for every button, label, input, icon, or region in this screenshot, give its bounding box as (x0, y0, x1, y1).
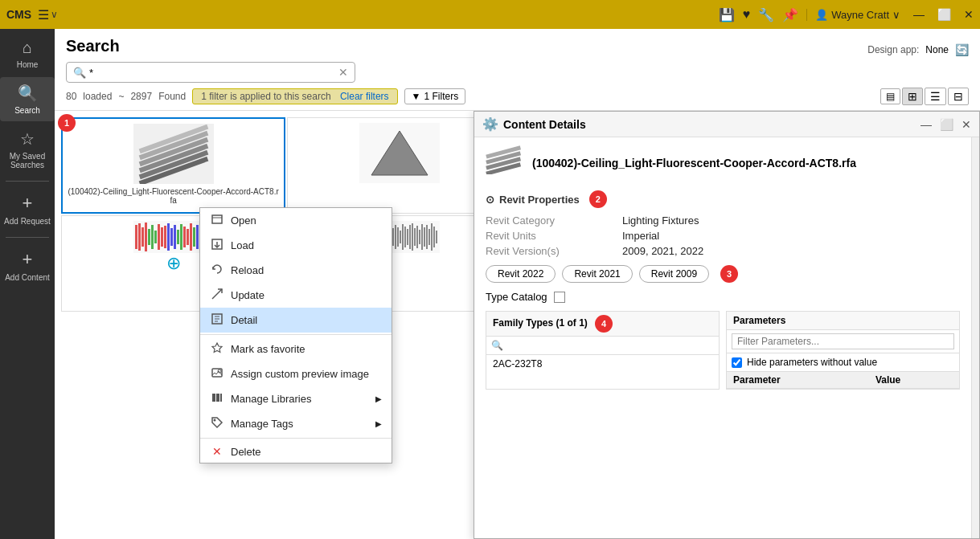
menu-icon[interactable]: ☰ (38, 7, 49, 22)
svg-rect-57 (395, 225, 396, 249)
context-menu: Open Load Reload (199, 207, 392, 463)
svg-rect-23 (151, 225, 154, 249)
family-type-item[interactable]: 2AC-232T8 (486, 355, 719, 373)
params-col-parameter: Parameter (727, 372, 869, 389)
ctx-libraries-arrow: ▶ (375, 394, 382, 403)
svg-rect-20 (141, 227, 144, 247)
svg-rect-122 (220, 394, 222, 402)
stats-loaded: 80 (66, 91, 76, 102)
search-input[interactable] (89, 67, 338, 79)
ctx-open-label: Open (231, 214, 256, 227)
title-bar-icons: 💾 ♥ 🔧 📌 👤 Wayne Cratt ∨ — ⬜ ✕ (719, 7, 974, 22)
svg-rect-74 (436, 231, 437, 243)
view-list-btn[interactable]: ☰ (925, 88, 946, 105)
ctx-preview-label: Assign custom preview image (231, 368, 369, 380)
search-bar: 🔍 ✕ (66, 62, 969, 83)
ctx-assign-preview[interactable]: Assign custom preview image (200, 361, 392, 386)
svg-rect-68 (421, 224, 423, 250)
sidebar-item-add-request[interactable]: + Add Request (0, 186, 55, 232)
revit-2021-btn[interactable]: Revit 2021 (562, 265, 632, 283)
ctx-reload[interactable]: Reload (200, 258, 392, 283)
filter-button[interactable]: ▼ 1 Filters (404, 88, 466, 104)
revit-2022-btn[interactable]: Revit 2022 (486, 265, 556, 283)
svg-rect-56 (392, 228, 394, 246)
revit-cat-label: Revit Category (486, 214, 614, 227)
type-catalog-checkbox[interactable] (554, 292, 565, 303)
ctx-mark-favorite[interactable]: Mark as favorite (200, 337, 392, 361)
svg-rect-121 (216, 394, 219, 402)
sidebar-item-search[interactable]: 🔍 Search (0, 77, 55, 121)
revit-cat-value: Lighting Fixtures (622, 214, 960, 227)
ctx-detail[interactable]: Detail (200, 308, 392, 333)
tools-icon[interactable]: 🔧 (758, 7, 774, 22)
clear-filters-link[interactable]: Clear filters (340, 91, 389, 102)
details-close-btn[interactable]: ✕ (962, 118, 971, 131)
ctx-update[interactable]: Update (200, 283, 392, 308)
revit-section-header[interactable]: ⊙ Revit Properties 2 (486, 190, 960, 208)
ctx-delete[interactable]: ✕ Delete (200, 440, 392, 463)
sidebar-divider-2 (6, 237, 49, 238)
favorite-icon[interactable]: ♥ (743, 7, 751, 22)
sidebar-item-saved-searches[interactable]: ☆ My Saved Searches (0, 123, 55, 176)
revit-units-value: Imperial (622, 230, 960, 242)
details-scrollbar[interactable] (971, 137, 979, 538)
menu-chevron[interactable]: ∨ (51, 9, 58, 20)
product-icon (486, 145, 524, 181)
revit-units-label: Revit Units (486, 230, 614, 242)
sidebar-item-search-label: Search (14, 106, 40, 115)
add-content-icon: + (23, 249, 33, 270)
view-grid-btn[interactable]: ⊞ (902, 88, 923, 105)
type-catalog-row: Type Catalog (486, 291, 960, 303)
app-name: CMS (6, 8, 31, 21)
family-params-row: Family Types (1 of 1) 4 🔍 2AC-232T8 (486, 311, 960, 390)
save-icon[interactable]: 💾 (719, 7, 735, 22)
svg-rect-27 (164, 226, 166, 248)
ctx-open-icon (210, 213, 224, 228)
svg-rect-26 (161, 227, 163, 247)
view-table-btn[interactable]: ⊟ (948, 88, 969, 105)
refresh-icon[interactable]: 🔄 (955, 43, 969, 56)
params-table: Parameter Value (727, 372, 959, 389)
ctx-detail-label: Detail (231, 314, 257, 326)
ctx-detail-icon (210, 312, 224, 328)
sidebar-divider-1 (6, 181, 49, 182)
family-types-search-input[interactable] (506, 340, 714, 351)
svg-rect-58 (397, 227, 399, 247)
details-minimize-btn[interactable]: — (921, 118, 932, 131)
details-maximize-btn[interactable]: ⬜ (940, 118, 953, 131)
params-filter-input[interactable] (732, 333, 954, 349)
step-badge-3: 3 (720, 265, 738, 283)
svg-rect-22 (148, 229, 150, 245)
ctx-load[interactable]: Load (200, 233, 392, 258)
ctx-manage-tags[interactable]: Manage Tags ▶ (200, 411, 392, 436)
revit-2009-btn[interactable]: Revit 2009 (639, 265, 709, 283)
view-slider-btn[interactable]: ▤ (880, 88, 900, 104)
minimize-button[interactable]: — (913, 8, 925, 21)
user-menu[interactable]: 👤 Wayne Cratt ∨ (806, 9, 900, 21)
filter-applied-badge: 1 filter is applied to this search Clear… (192, 88, 397, 104)
svg-rect-36 (193, 227, 195, 247)
design-app-value: None (925, 44, 949, 55)
search-header: Search Design app: None 🔄 🔍 ✕ 80 loaded … (55, 29, 980, 111)
svg-rect-108 (212, 215, 222, 223)
sidebar-item-add-content[interactable]: + Add Content (0, 243, 55, 288)
svg-rect-19 (138, 223, 141, 251)
details-titlebar: ⚙️ Content Details — ⬜ ✕ (474, 112, 979, 137)
pin-icon[interactable]: 📌 (782, 7, 798, 22)
svg-rect-32 (180, 224, 182, 250)
ctx-load-label: Load (231, 239, 254, 251)
product-row: (100402)-Ceiling_Light-Fluorescent-Coope… (486, 145, 960, 181)
revit-chevron-icon: ⊙ (486, 194, 494, 206)
revit-properties-section: ⊙ Revit Properties 2 Revit Category Ligh… (486, 190, 960, 303)
ctx-open[interactable]: Open (200, 208, 392, 233)
svg-rect-21 (145, 223, 147, 251)
maximize-button[interactable]: ⬜ (937, 8, 951, 21)
svg-rect-29 (170, 228, 173, 246)
search-clear-icon[interactable]: ✕ (338, 66, 348, 79)
grid-item-1[interactable]: 1 (61, 117, 285, 214)
sidebar-item-home[interactable]: ⌂ Home (0, 32, 55, 76)
close-button[interactable]: ✕ (964, 8, 974, 21)
stats-tilde: ~ (118, 91, 124, 102)
ctx-manage-libraries[interactable]: Manage Libraries ▶ (200, 386, 392, 411)
hide-params-checkbox[interactable] (732, 357, 742, 368)
